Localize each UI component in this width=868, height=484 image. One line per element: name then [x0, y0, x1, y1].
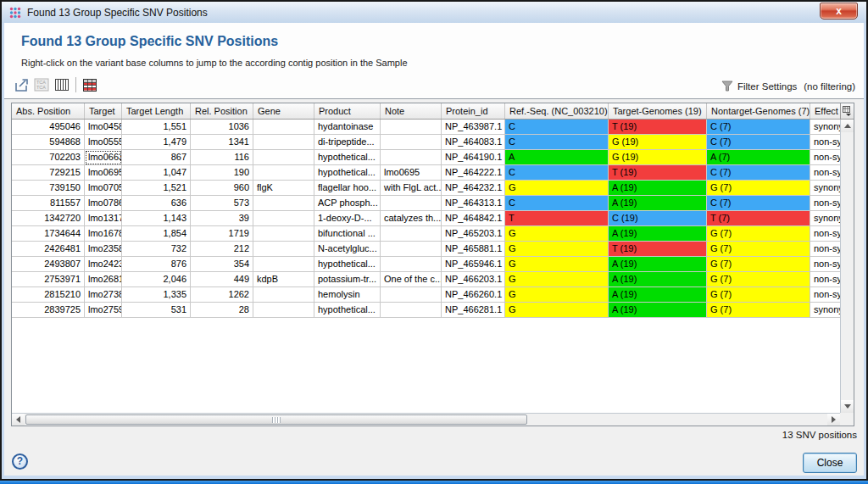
- table-row[interactable]: 1734644lmo16781,8541719bifunctional ...N…: [12, 226, 840, 242]
- cell-rel_position[interactable]: 28: [191, 303, 253, 318]
- filter-settings-label[interactable]: Filter Settings: [737, 81, 797, 92]
- cell-product[interactable]: potassium-tr...: [314, 272, 381, 287]
- horizontal-scrollbar[interactable]: [12, 413, 840, 426]
- cell-target_length[interactable]: 1,521: [122, 181, 191, 196]
- cell-target[interactable]: lmo0705: [85, 181, 122, 196]
- cell-gene[interactable]: [253, 242, 314, 257]
- cell-note[interactable]: [381, 120, 442, 135]
- cell-product[interactable]: ACP phosph...: [314, 196, 381, 211]
- cell-ref_seq[interactable]: G: [505, 287, 609, 303]
- cell-ref_seq[interactable]: C: [505, 120, 609, 135]
- cell-product[interactable]: hypothetical...: [314, 303, 381, 318]
- table-row[interactable]: 2815210lmo27381,3351262hemolysinNP_46626…: [12, 287, 840, 303]
- table-row[interactable]: 2493807lmo2423876354hypothetical...NP_46…: [12, 257, 840, 272]
- cell-product[interactable]: hypothetical...: [314, 165, 381, 181]
- cell-nontarget_genomes[interactable]: G (7): [707, 257, 810, 272]
- cell-abs_position[interactable]: 2839725: [12, 303, 85, 318]
- cell-abs_position[interactable]: 2426481: [12, 242, 85, 257]
- cell-target[interactable]: lmo0663: [85, 150, 122, 165]
- cell-abs_position[interactable]: 2753971: [12, 272, 85, 287]
- title-bar[interactable]: Found 13 Group Specific SNV Positions x: [2, 2, 866, 23]
- cell-ref_seq[interactable]: T: [505, 211, 609, 226]
- cell-target_length[interactable]: 1,854: [122, 226, 191, 242]
- cell-rel_position[interactable]: 212: [191, 242, 253, 257]
- scroll-up-button[interactable]: [841, 120, 854, 132]
- cell-protein_id[interactable]: NP_464232.1: [442, 181, 505, 196]
- cell-target[interactable]: lmo2358: [85, 242, 122, 257]
- cell-ref_seq[interactable]: A: [505, 150, 609, 165]
- cell-target[interactable]: lmo2681: [85, 272, 122, 287]
- cell-nontarget_genomes[interactable]: G (7): [707, 242, 810, 257]
- cell-product[interactable]: hypothetical...: [314, 257, 381, 272]
- cell-effect[interactable]: non-synonymous: [810, 287, 840, 303]
- cell-effect[interactable]: non-synonymous: [810, 150, 840, 165]
- cell-protein_id[interactable]: NP_466281.1: [442, 303, 505, 318]
- cell-rel_position[interactable]: 354: [191, 257, 253, 272]
- cell-abs_position[interactable]: 702203: [12, 150, 85, 165]
- cell-nontarget_genomes[interactable]: G (7): [707, 181, 810, 196]
- table-row[interactable]: 739150lmo07051,521960flgKflagellar hoo..…: [12, 181, 840, 196]
- cell-ref_seq[interactable]: G: [505, 181, 609, 196]
- cell-gene[interactable]: [253, 303, 314, 318]
- cell-target_genomes[interactable]: A (19): [609, 196, 707, 211]
- cell-effect[interactable]: non-synonymous: [810, 135, 840, 150]
- cell-product[interactable]: hypothetical...: [314, 150, 381, 165]
- table-row[interactable]: 2839725lmo275953128hypothetical...NP_466…: [12, 303, 840, 318]
- cell-rel_position[interactable]: 1262: [191, 287, 253, 303]
- cell-gene[interactable]: [253, 196, 314, 211]
- cell-gene[interactable]: kdpB: [253, 272, 314, 287]
- cell-nontarget_genomes[interactable]: G (7): [707, 287, 810, 303]
- cell-note[interactable]: [381, 226, 442, 242]
- cell-protein_id[interactable]: NP_465203.1: [442, 226, 505, 242]
- cell-nontarget_genomes[interactable]: C (7): [707, 120, 810, 135]
- cell-protein_id[interactable]: NP_465881.1: [442, 242, 505, 257]
- vertical-scrollbar[interactable]: [840, 120, 854, 413]
- cell-nontarget_genomes[interactable]: T (7): [707, 211, 810, 226]
- column-header-gene[interactable]: Gene: [253, 103, 314, 119]
- cell-ref_seq[interactable]: G: [505, 226, 609, 242]
- table-row[interactable]: 1342720lmo13171,143391-deoxy-D-...cataly…: [12, 211, 840, 226]
- cell-note[interactable]: with FlgL act...: [381, 181, 442, 196]
- cell-product[interactable]: flagellar hoo...: [314, 181, 381, 196]
- cell-rel_position[interactable]: 573: [191, 196, 253, 211]
- cell-protein_id[interactable]: NP_466203.1: [442, 272, 505, 287]
- cell-gene[interactable]: [253, 165, 314, 181]
- cell-target_genomes[interactable]: T (19): [609, 120, 707, 135]
- cell-ref_seq[interactable]: G: [505, 272, 609, 287]
- highlight-variants-button[interactable]: [80, 75, 100, 94]
- cell-abs_position[interactable]: 729215: [12, 165, 85, 181]
- cell-target_length[interactable]: 1,143: [122, 211, 191, 226]
- cell-note[interactable]: [381, 257, 442, 272]
- cell-target[interactable]: lmo1317: [85, 211, 122, 226]
- table-row[interactable]: 811557lmo0786636573ACP phosph...NP_46431…: [12, 196, 840, 211]
- table-row[interactable]: 729215lmo06951,047190hypothetical...lmo0…: [12, 165, 840, 181]
- cell-abs_position[interactable]: 2815210: [12, 287, 85, 303]
- table-columns-button[interactable]: [52, 75, 72, 94]
- cell-ref_seq[interactable]: G: [505, 257, 609, 272]
- cell-target[interactable]: lmo0555: [85, 135, 122, 150]
- cell-nontarget_genomes[interactable]: G (7): [707, 226, 810, 242]
- cell-target_length[interactable]: 531: [122, 303, 191, 318]
- cell-target_genomes[interactable]: A (19): [609, 303, 707, 318]
- cell-product[interactable]: bifunctional ...: [314, 226, 381, 242]
- cell-abs_position[interactable]: 739150: [12, 181, 85, 196]
- scroll-right-button[interactable]: [827, 414, 840, 426]
- cell-effect[interactable]: non-synonymous: [810, 257, 840, 272]
- cell-product[interactable]: di-tripeptide...: [314, 135, 381, 150]
- cell-abs_position[interactable]: 594868: [12, 135, 85, 150]
- cell-target_length[interactable]: 1,479: [122, 135, 191, 150]
- table-row[interactable]: 495046lmo04581,5511036hydantoinaseNP_463…: [12, 120, 840, 135]
- cell-target_length[interactable]: 1,335: [122, 287, 191, 303]
- cell-nontarget_genomes[interactable]: C (7): [707, 165, 810, 181]
- cell-protein_id[interactable]: NP_464190.1: [442, 150, 505, 165]
- cell-gene[interactable]: [253, 257, 314, 272]
- cell-note[interactable]: lmo0695: [381, 165, 442, 181]
- cell-target_genomes[interactable]: T (19): [609, 165, 707, 181]
- cell-nontarget_genomes[interactable]: A (7): [707, 150, 810, 165]
- cell-target_genomes[interactable]: A (19): [609, 257, 707, 272]
- cell-rel_position[interactable]: 1719: [191, 226, 253, 242]
- column-chooser-button[interactable]: [840, 103, 854, 120]
- cell-effect[interactable]: non-synonymous: [810, 165, 840, 181]
- cell-note[interactable]: [381, 135, 442, 150]
- table-row[interactable]: 2426481lmo2358732212N-acetylgluc...NP_46…: [12, 242, 840, 257]
